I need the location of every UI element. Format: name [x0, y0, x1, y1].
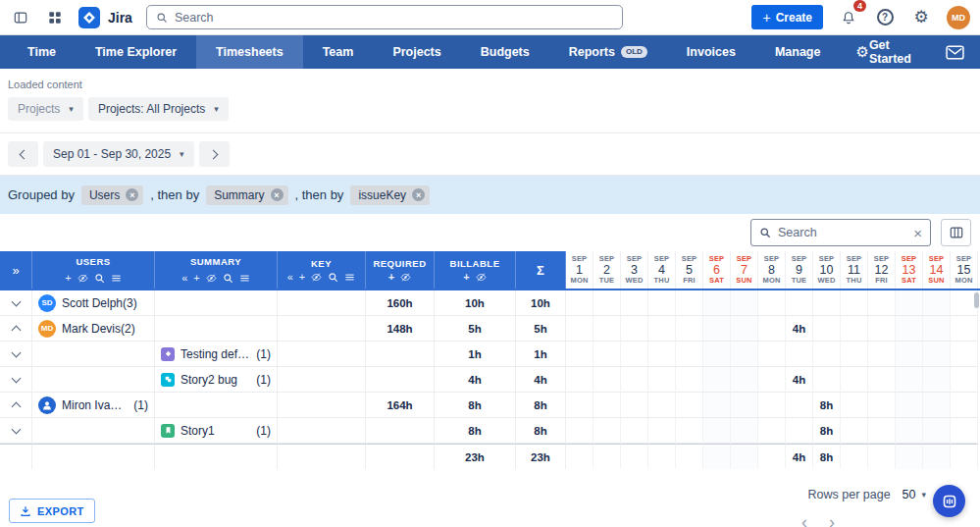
worklog-cell-sep-12[interactable] [868, 290, 896, 316]
worklog-cell-sep-6[interactable] [703, 418, 731, 444]
next-page-icon[interactable]: › [829, 512, 835, 527]
column-tool-plus-icon[interactable]: + [299, 272, 305, 283]
worklog-cell-sep-15[interactable] [951, 342, 978, 367]
column-tool-search-icon[interactable] [223, 273, 233, 284]
worklog-cell-sep-1[interactable] [566, 290, 593, 316]
column-header-users[interactable]: USERS+ [32, 251, 155, 289]
group-chip-summary[interactable]: Summary× [206, 185, 287, 205]
worklog-cell-sep-11[interactable] [841, 290, 868, 316]
column-tool-eye-icon[interactable] [311, 272, 322, 283]
expand-all-button[interactable]: » [0, 251, 32, 289]
worklog-cell-sep-4[interactable] [648, 316, 676, 342]
worklog-cell-sep-6[interactable] [703, 316, 731, 342]
column-tool-eye-icon[interactable] [77, 273, 88, 284]
worklog-cell-sep-14[interactable] [923, 316, 951, 342]
worklog-cell-sep-11[interactable] [841, 316, 868, 342]
worklog-cell-sep-7[interactable] [731, 367, 758, 393]
worklog-cell-sep-9[interactable] [786, 393, 813, 418]
scope-select[interactable]: Projects ▾ [8, 97, 83, 121]
settings-button[interactable]: ⚙ [910, 7, 932, 28]
worklog-cell-sep-2[interactable] [593, 316, 621, 342]
get-started-link[interactable]: Get Started [869, 38, 916, 66]
worklog-cell-sep-4[interactable] [648, 342, 676, 367]
worklog-cell-sep-1[interactable] [566, 367, 593, 393]
worklog-cell-sep-3[interactable] [621, 367, 648, 393]
worklog-cell-sep-13[interactable] [896, 367, 923, 393]
worklog-cell-sep-12[interactable] [868, 342, 896, 367]
worklog-cell-sep-11[interactable] [841, 418, 868, 444]
worklog-cell-sep-1[interactable] [566, 316, 593, 342]
worklog-cell-sep-2[interactable] [593, 393, 621, 418]
column-tool-plus-icon[interactable]: + [65, 273, 71, 284]
worklog-cell-sep-13[interactable] [896, 418, 923, 444]
worklog-cell-sep-14[interactable] [923, 290, 951, 316]
worklog-cell-sep-12[interactable] [868, 367, 896, 393]
worklog-cell-sep-5[interactable] [676, 393, 703, 418]
rows-per-page-select[interactable]: 50 ▾ [903, 488, 926, 501]
worklog-cell-sep-3[interactable] [621, 316, 648, 342]
worklog-cell-sep-9[interactable]: 4h [786, 316, 813, 342]
column-tool-eye-icon[interactable] [476, 272, 487, 283]
projects-select[interactable]: Projects: All Projects ▾ [88, 97, 229, 121]
nav-tab-time[interactable]: Time [8, 35, 76, 69]
remove-group-icon[interactable]: × [271, 188, 284, 201]
worklog-cell-sep-5[interactable] [676, 342, 703, 367]
worklog-cell-sep-13[interactable] [896, 342, 923, 367]
group-chip-users[interactable]: Users× [81, 185, 143, 205]
nav-tab-team[interactable]: Team [303, 35, 374, 69]
worklog-cell-sep-3[interactable] [621, 418, 648, 444]
worklog-cell-sep-15[interactable] [951, 316, 978, 342]
worklog-cell-sep-13[interactable] [896, 290, 923, 316]
worklog-cell-sep-5[interactable] [676, 316, 703, 342]
worklog-cell-sep-8[interactable] [758, 316, 786, 342]
worklog-cell-sep-12[interactable] [868, 418, 896, 444]
worklog-cell-sep-2[interactable] [593, 418, 621, 444]
column-tool-search-icon[interactable] [94, 273, 105, 284]
worklog-cell-sep-8[interactable] [758, 342, 786, 367]
worklog-cell-sep-7[interactable] [731, 418, 758, 444]
row-expander[interactable] [0, 367, 32, 393]
worklog-cell-sep-8[interactable] [758, 290, 786, 316]
column-header-[interactable]: Σ [516, 251, 566, 289]
nav-tab-timesheets[interactable]: Timesheets [196, 35, 303, 69]
column-tool-plus-icon[interactable]: + [193, 273, 199, 284]
worklog-cell-sep-12[interactable] [868, 393, 896, 418]
app-switcher-icon[interactable] [44, 7, 66, 28]
table-search-input[interactable] [778, 226, 906, 239]
global-search-input[interactable] [175, 11, 613, 25]
nav-tab-invoices[interactable]: Invoices [667, 35, 755, 69]
notifications-button[interactable]: 4 [838, 7, 859, 28]
worklog-cell-sep-10[interactable]: 8h [813, 418, 841, 444]
worklog-cell-sep-1[interactable] [566, 393, 593, 418]
worklog-cell-sep-14[interactable] [923, 342, 951, 367]
column-tool-plus-icon[interactable]: + [388, 272, 394, 283]
date-range-select[interactable]: Sep 01 - Sep 30, 2025 ▾ [43, 141, 194, 167]
worklog-cell-sep-9[interactable] [786, 342, 813, 367]
prev-period-button[interactable] [8, 141, 38, 167]
worklog-cell-sep-1[interactable] [566, 342, 593, 367]
worklog-cell-sep-7[interactable] [731, 290, 758, 316]
worklog-cell-sep-10[interactable] [813, 367, 841, 393]
worklog-cell-sep-12[interactable] [868, 316, 896, 342]
vertical-scrollbar[interactable] [974, 292, 979, 308]
worklog-cell-sep-5[interactable] [676, 367, 703, 393]
row-expander[interactable] [0, 418, 32, 444]
row-expander[interactable] [0, 342, 32, 367]
remove-group-icon[interactable]: × [412, 188, 425, 201]
column-header-required[interactable]: REQUIRED+ [366, 251, 435, 289]
worklog-cell-sep-7[interactable] [731, 316, 758, 342]
worklog-cell-sep-7[interactable] [731, 393, 758, 418]
sidebar-toggle-icon[interactable] [10, 7, 31, 28]
worklog-cell-sep-7[interactable] [731, 342, 758, 367]
export-button[interactable]: EXPORT [9, 499, 95, 523]
worklog-cell-sep-15[interactable] [951, 367, 978, 393]
group-chip-issuekey[interactable]: issueKey× [350, 185, 430, 205]
nav-tab-manage[interactable]: Manage [755, 35, 841, 69]
worklog-cell-sep-6[interactable] [703, 290, 731, 316]
table-search[interactable]: × [750, 219, 931, 246]
column-tool-plus-icon[interactable]: + [463, 272, 469, 283]
worklog-cell-sep-5[interactable] [676, 290, 703, 316]
create-button[interactable]: + Create [751, 5, 823, 29]
worklog-cell-sep-8[interactable] [758, 393, 786, 418]
column-tool-eye-icon[interactable] [400, 272, 411, 283]
